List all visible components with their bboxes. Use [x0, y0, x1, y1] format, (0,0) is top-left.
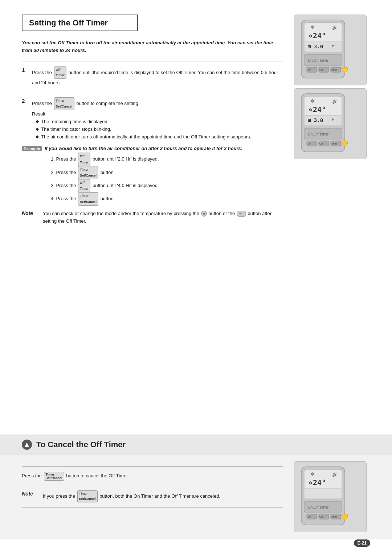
- result-bullet-3: The air conditioner turns off automatica…: [36, 133, 283, 141]
- page-number: E-21: [354, 539, 370, 547]
- svg-text:On   Off  Timer: On Off Timer: [308, 58, 329, 62]
- svg-text:Timer: Timer: [331, 69, 338, 71]
- svg-text:On: On: [308, 142, 311, 145]
- cancel-body: Press the TimerSet/Cancel button to canc…: [0, 455, 392, 539]
- ex-timer-setcancel-btn-1: TimerSet/Cancel: [78, 166, 98, 179]
- svg-text:«24°: «24°: [309, 31, 326, 40]
- note-label: Note: [22, 210, 43, 216]
- ex-off-timer-btn-1: OffTimer: [78, 153, 90, 166]
- cancel-title: To Cancel the Off Timer: [36, 440, 126, 449]
- example-steps: 1. Press the OffTimer button until '2.0 …: [51, 153, 283, 206]
- svg-text:⊞ 3.0: ⊞ 3.0: [308, 44, 323, 49]
- remote-image-3: ❄ 🔊 «24° On Off Timer 👆 On Off Ti: [294, 461, 367, 532]
- example-badge: Example: [22, 146, 42, 151]
- svg-rect-40: [304, 489, 342, 499]
- step-1-num: 1: [22, 66, 32, 73]
- example-step-4: 4. Press the TimerSet/Cancel button.: [51, 192, 283, 205]
- result-bullet-1: The remaining time is displayed.: [36, 118, 283, 126]
- cancel-divider-1: [22, 466, 283, 467]
- onoff-btn-icon: ○I○: [237, 211, 246, 217]
- cancel-right-image: ❄ 🔊 «24° On Off Timer 👆 On Off Ti: [294, 461, 370, 532]
- cancel-left: Press the TimerSet/Cancel button to canc…: [22, 461, 294, 532]
- svg-text:🔊: 🔊: [332, 472, 338, 477]
- example-block: Example If you would like to turn the ai…: [22, 146, 283, 206]
- cancel-step-text: Press the TimerSet/Cancel button to canc…: [22, 472, 283, 481]
- svg-text:❄: ❄: [310, 98, 315, 104]
- ex-timer-setcancel-btn-2: TimerSet/Cancel: [78, 192, 98, 205]
- svg-text:On   Off  Timer: On Off Timer: [308, 132, 329, 136]
- remote-image-2: ❄ 🔊 «24° ⊞ 3.0 Hr On Off Timer 👆 On Off …: [294, 88, 367, 159]
- off-timer-btn-1: OffTimer: [54, 66, 66, 79]
- svg-text:«24°: «24°: [309, 478, 326, 487]
- svg-marker-34: [25, 442, 29, 447]
- result-bullet-2: The timer indicator stops blinking.: [36, 126, 283, 133]
- svg-text:Timer: Timer: [331, 515, 338, 518]
- cancel-note-btn: TimerSet/Cancel: [77, 490, 98, 502]
- step-2-num: 2: [22, 97, 32, 104]
- cancel-note-content: If you press the TimerSet/Cancel button,…: [43, 490, 283, 502]
- example-step-1: 1. Press the OffTimer button until '2.0 …: [51, 153, 283, 166]
- step-2: 2 Press the TimerSet/Cancel button to co…: [22, 97, 283, 141]
- svg-text:Hr: Hr: [332, 118, 336, 121]
- svg-text:Timer: Timer: [331, 142, 338, 145]
- mode-btn-icon: M: [201, 211, 207, 217]
- svg-text:On: On: [308, 69, 311, 71]
- cancel-header: To Cancel the Off Timer: [0, 434, 392, 455]
- divider-1: [22, 61, 283, 61]
- section-title: Setting the Off Timer: [22, 15, 138, 31]
- svg-text:❄: ❄: [310, 24, 315, 30]
- cancel-section: To Cancel the Off Timer Press the TimerS…: [0, 434, 392, 539]
- step-1: 1 Press the OffTimer button until the re…: [22, 66, 283, 87]
- example-step-3: 3. Press the OffTimer button until '4.0 …: [51, 179, 283, 192]
- svg-text:⊞ 3.0: ⊞ 3.0: [308, 117, 323, 123]
- cancel-note-block: Note If you press the TimerSet/Cancel bu…: [22, 490, 283, 502]
- svg-text:On   Off  Timer: On Off Timer: [308, 505, 329, 509]
- timer-setcancel-btn-1: TimerSet/Cancel: [54, 97, 74, 110]
- ex-off-timer-btn-2: OffTimer: [78, 179, 90, 192]
- cancel-title-block: To Cancel the Off Timer: [22, 440, 126, 450]
- divider-3: [22, 230, 283, 230]
- step-1-content: Press the OffTimer button until the requ…: [32, 66, 283, 87]
- svg-text:Off: Off: [319, 69, 323, 71]
- svg-text:Hr: Hr: [332, 44, 336, 48]
- remote-image-1: ❄ 🔊 «24° ⊞ 3.0 Hr On Off Timer 👆: [294, 15, 367, 85]
- svg-text:Off: Off: [319, 142, 323, 145]
- svg-text:🔊: 🔊: [332, 98, 338, 104]
- svg-text:❄: ❄: [310, 471, 315, 477]
- step-2-content: Press the TimerSet/Cancel button to comp…: [32, 97, 283, 141]
- svg-text:🔊: 🔊: [332, 25, 338, 30]
- example-step-2: 2. Press the TimerSet/Cancel button.: [51, 166, 283, 179]
- note-block: Note You can check or change the mode an…: [22, 210, 283, 225]
- svg-text:Off: Off: [319, 515, 323, 518]
- cancel-bullet-icon: [22, 440, 32, 450]
- svg-text:On: On: [308, 515, 311, 518]
- result-label: Result:: [32, 111, 46, 117]
- right-images: ❄ 🔊 «24° ⊞ 3.0 Hr On Off Timer 👆: [294, 15, 370, 424]
- svg-text:«24°: «24°: [309, 105, 326, 114]
- intro-text: You can set the Off Timer to turn off th…: [22, 39, 283, 54]
- note-content: You can check or change the mode and/or …: [43, 210, 283, 225]
- cancel-timer-btn: TimerSet/Cancel: [44, 472, 64, 481]
- cancel-note-label: Note: [22, 490, 43, 497]
- example-label: Example If you would like to turn the ai…: [22, 146, 283, 151]
- cancel-divider-2: [22, 508, 283, 508]
- divider-2: [22, 92, 283, 92]
- example-title: If you would like to turn the air condit…: [45, 146, 242, 151]
